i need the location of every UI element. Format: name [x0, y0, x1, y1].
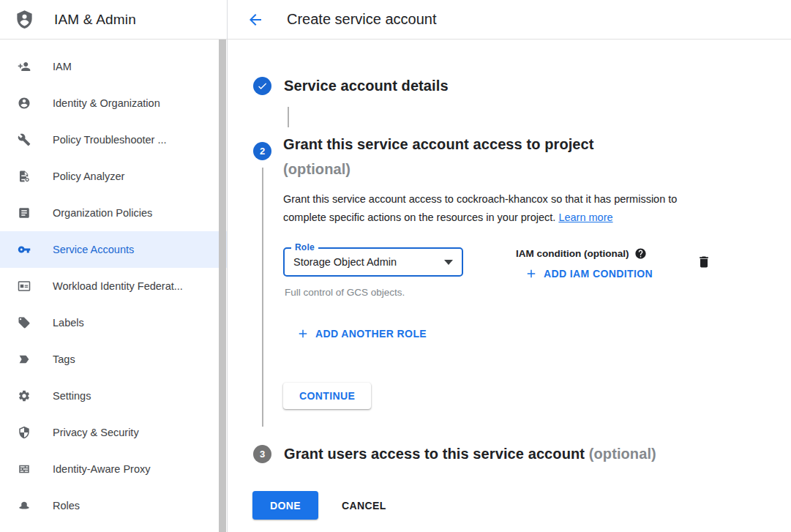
sidebar-item-roles[interactable]: Roles — [0, 487, 227, 524]
sidebar-item-label: Tags — [53, 353, 75, 365]
topbar: Create service account — [228, 0, 791, 40]
learn-more-link[interactable]: Learn more — [558, 211, 612, 223]
step1-title: Service account details — [284, 73, 449, 98]
label-tag-icon — [18, 316, 31, 329]
create-service-account-main: Create service account Service account d… — [228, 0, 791, 532]
sidebar-item-label: Policy Troubleshooter ... — [53, 134, 167, 146]
role-field-label: Role — [291, 242, 318, 252]
step3-title: Grant users access to this service accou… — [284, 441, 656, 466]
iam-admin-sidebar: IAM & Admin IAMIdentity & OrganizationPo… — [0, 0, 228, 532]
person-add-icon — [18, 60, 31, 73]
step3-title-text: Grant users access to this service accou… — [284, 446, 585, 462]
half-shield-icon — [18, 426, 31, 439]
step2-rail-line — [262, 168, 263, 427]
step-connector-line — [288, 107, 289, 127]
step2-title-text: Grant this service account access to pro… — [283, 132, 721, 157]
sidebar-item-service-accounts[interactable]: Service Accounts — [0, 231, 227, 268]
sidebar-item-label: Settings — [53, 390, 91, 402]
sidebar-item-settings[interactable]: Settings — [0, 378, 227, 414]
sidebar-item-label: Organization Policies — [53, 207, 152, 219]
step3-number-badge: 3 — [253, 445, 271, 463]
sidebar-item-label: Workload Identity Federat... — [53, 280, 183, 292]
arrow-tag-icon — [18, 353, 31, 366]
firewall-icon — [18, 462, 31, 476]
help-icon — [634, 247, 647, 260]
sidebar-item-labels[interactable]: Labels — [0, 304, 227, 341]
add-iam-condition-label: ADD IAM CONDITION — [544, 268, 653, 280]
sidebar-item-workload-identity-federat[interactable]: Workload Identity Federat... — [0, 268, 227, 304]
wizard-content: Service account details 2 Grant this ser… — [228, 40, 791, 532]
role-selected-value: Storage Object Admin — [293, 256, 397, 268]
step1-check-icon — [253, 77, 271, 95]
cancel-button[interactable]: CANCEL — [342, 500, 386, 512]
chevron-down-icon — [444, 260, 453, 265]
sidebar-scrollbar[interactable] — [219, 40, 226, 532]
trash-icon — [697, 255, 711, 269]
app-window: IAM & Admin IAMIdentity & OrganizationPo… — [0, 0, 791, 532]
step2-rail: 2 — [253, 132, 271, 427]
doc-gear-icon — [18, 170, 31, 183]
sidebar-item-label: Policy Analyzer — [53, 171, 124, 182]
step2-title: Grant this service account access to pro… — [283, 132, 721, 181]
sidebar-item-policy-analyzer[interactable]: Policy Analyzer — [0, 158, 227, 195]
form-actions: DONE CANCEL — [252, 491, 791, 520]
iam-shield-logo-icon — [15, 10, 34, 29]
step2-body: Grant this service account access to pro… — [283, 132, 721, 427]
iam-condition-column: IAM condition (optional) ADD IAM CONDITI… — [516, 247, 653, 280]
sidebar-item-label: Identity-Aware Proxy — [53, 463, 151, 475]
step2-section: 2 Grant this service account access to p… — [253, 132, 791, 427]
add-iam-condition-button[interactable]: ADD IAM CONDITION — [525, 267, 653, 280]
step2-optional-label: (optional) — [283, 157, 721, 181]
step3-optional-label: (optional) — [589, 446, 656, 462]
sidebar-item-privacy-security[interactable]: Privacy & Security — [0, 414, 227, 451]
sidebar-item-label: Service Accounts — [53, 244, 134, 255]
sidebar-item-label: Privacy & Security — [53, 427, 139, 438]
service-account-key-icon — [18, 243, 31, 256]
iam-condition-label: IAM condition (optional) — [516, 248, 629, 259]
sidebar-item-policy-troubleshooter[interactable]: Policy Troubleshooter ... — [0, 121, 227, 158]
step3-header: 3 Grant users access to this service acc… — [253, 441, 791, 466]
back-button[interactable] — [247, 11, 264, 29]
sidebar-nav: IAMIdentity & OrganizationPolicy Trouble… — [0, 40, 227, 524]
sidebar-item-organization-policies[interactable]: Organization Policies — [0, 195, 227, 231]
id-card-icon — [18, 280, 31, 293]
delete-role-button[interactable] — [697, 255, 711, 271]
sidebar-header: IAM & Admin — [0, 0, 227, 40]
back-arrow-icon — [247, 11, 264, 29]
sidebar-item-label: Labels — [53, 317, 84, 329]
step2-number-badge: 2 — [253, 142, 271, 160]
hat-icon — [18, 499, 31, 512]
sidebar-item-identity-aware-proxy[interactable]: Identity-Aware Proxy — [0, 451, 227, 487]
doc-lines-icon — [18, 206, 31, 220]
account-circle-icon — [18, 97, 31, 110]
step2-description-text: Grant this service account access to coc… — [283, 193, 677, 223]
continue-button[interactable]: CONTINUE — [283, 383, 371, 409]
sidebar-item-label: Roles — [53, 500, 80, 512]
role-row: Role Storage Object Admin Full control o… — [283, 247, 711, 298]
iam-condition-header: IAM condition (optional) — [516, 247, 653, 260]
page-title: Create service account — [287, 11, 437, 28]
plus-icon — [525, 267, 538, 280]
sidebar-item-label: IAM — [53, 61, 72, 72]
step1-header: Service account details — [253, 73, 791, 98]
sidebar-item-iam[interactable]: IAM — [0, 48, 227, 85]
add-another-role-button[interactable]: ADD ANOTHER ROLE — [296, 327, 427, 340]
step2-description: Grant this service account access to coc… — [283, 190, 721, 227]
sidebar-item-tags[interactable]: Tags — [0, 341, 227, 378]
sidebar-title: IAM & Admin — [54, 12, 136, 28]
add-another-role-label: ADD ANOTHER ROLE — [315, 328, 427, 340]
help-button[interactable] — [634, 247, 647, 260]
sidebar-item-identity-organization[interactable]: Identity & Organization — [0, 85, 227, 121]
role-helper-text: Full control of GCS objects. — [285, 287, 463, 298]
gear-icon — [18, 389, 31, 402]
role-column: Role Storage Object Admin Full control o… — [283, 247, 463, 298]
role-select[interactable]: Role Storage Object Admin — [283, 247, 463, 277]
sidebar-item-label: Identity & Organization — [53, 97, 160, 109]
plus-icon — [296, 327, 310, 340]
done-button[interactable]: DONE — [252, 491, 318, 520]
wrench-icon — [18, 133, 31, 146]
check-icon — [257, 80, 268, 91]
